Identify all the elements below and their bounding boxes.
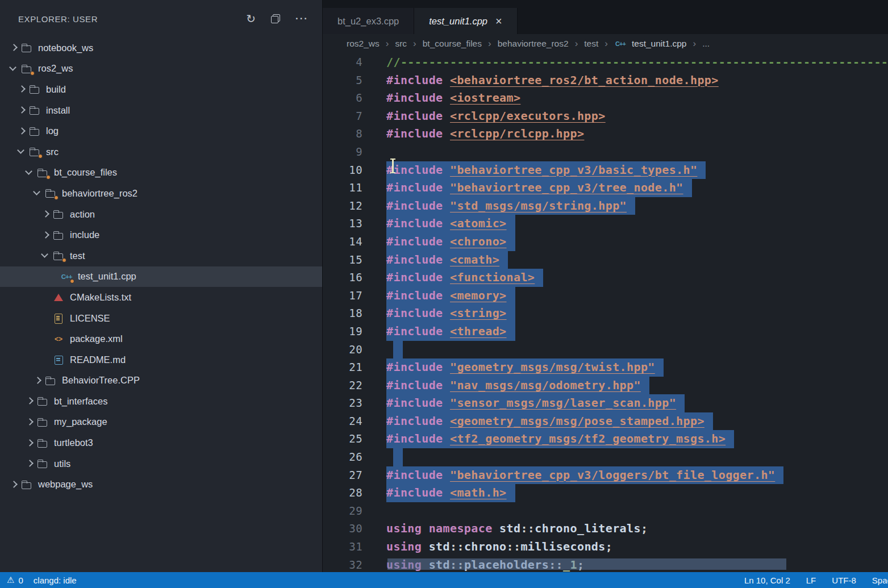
code-token: #include <box>386 432 450 445</box>
tree-item-BehaviorTree.CPP[interactable]: BehaviorTree.CPP <box>0 370 322 391</box>
tree-item-build[interactable]: build <box>0 79 322 100</box>
tree-item-label: turtlebot3 <box>54 437 93 448</box>
tree-item-CMakeLists.txt[interactable]: CMakeLists.txt <box>0 287 322 308</box>
tree-item-webpage_ws[interactable]: webpage_ws <box>0 474 322 495</box>
tree-item-turtlebot3[interactable]: turtlebot3 <box>0 432 322 453</box>
tree-item-test_unit1.cpp[interactable]: C++test_unit1.cpp <box>0 266 322 287</box>
breadcrumb-file[interactable]: test_unit1.cpp <box>632 39 687 49</box>
code-line-15[interactable]: 15#include <cmath> <box>323 251 888 269</box>
warning-icon[interactable]: ⚠ <box>7 575 14 585</box>
chevron-right-icon[interactable] <box>15 83 27 95</box>
encoding-indicator[interactable]: UTF-8 <box>832 576 856 585</box>
breadcrumb-overflow[interactable]: ... <box>702 39 710 49</box>
tree-item-utils[interactable]: utils <box>0 453 322 474</box>
tree-item-install[interactable]: install <box>0 100 322 121</box>
language-server-status[interactable]: clangd: idle <box>34 576 77 585</box>
code-editor[interactable]: 4//-------------------------------------… <box>323 53 888 572</box>
tree-item-src[interactable]: src <box>0 141 322 162</box>
code-line-9[interactable]: 9 <box>323 143 888 161</box>
chevron-right-icon[interactable] <box>39 208 51 220</box>
line-number: 12 <box>323 197 362 215</box>
close-icon[interactable] <box>495 15 502 28</box>
eol-indicator[interactable]: LF <box>806 576 816 585</box>
breadcrumb-item-behaviortree_ros2[interactable]: behaviortree_ros2 <box>498 39 569 49</box>
code-token: "geometry_msgs/msg/twist.hpp" <box>450 360 655 374</box>
code-line-22[interactable]: 22#include "nav_msgs/msg/odometry.hpp" <box>323 377 888 395</box>
code-line-8[interactable]: 8#include <rclcpp/rclcpp.hpp> <box>323 125 888 143</box>
chevron-right-icon[interactable] <box>23 395 35 407</box>
tab-bt_u2_ex3.cpp[interactable]: bt_u2_ex3.cpp <box>323 8 414 34</box>
code-line-6[interactable]: 6#include <iostream> <box>323 89 888 107</box>
code-text: #include <string> <box>362 305 515 323</box>
tree-item-LICENSE[interactable]: LICENSE <box>0 308 322 329</box>
code-line-19[interactable]: 19#include <thread> <box>323 323 888 341</box>
tree-item-behaviortree_ros2[interactable]: behaviortree_ros2 <box>0 183 322 204</box>
explorer-title: EXPLORER: USER <box>18 14 98 24</box>
chevron-down-icon[interactable] <box>7 62 19 75</box>
chevron-right-icon[interactable] <box>23 416 35 428</box>
selection-highlight: #include "behaviortree_cpp_v3/loggers/bt… <box>386 466 783 485</box>
chevron-right-icon[interactable] <box>15 104 27 116</box>
code-line-4[interactable]: 4//-------------------------------------… <box>323 53 888 72</box>
chevron-right-icon[interactable] <box>15 125 27 137</box>
code-line-14[interactable]: 14#include <chrono> <box>323 233 888 251</box>
tree-item-log[interactable]: log <box>0 120 322 141</box>
code-line-16[interactable]: 16#include <functional> <box>323 269 888 287</box>
chevron-right-icon[interactable] <box>23 457 35 470</box>
workbench: EXPLORER: USER notebook_wsros2_wsbuildin… <box>0 0 888 572</box>
chevron-down-icon[interactable] <box>23 166 35 179</box>
code-line-23[interactable]: 23#include "sensor_msgs/msg/laser_scan.h… <box>323 394 888 412</box>
code-line-17[interactable]: 17#include <memory> <box>323 287 888 305</box>
breadcrumb-item-test[interactable]: test <box>584 39 598 49</box>
tree-item-ros2_ws[interactable]: ros2_ws <box>0 59 322 80</box>
code-line-5[interactable]: 5#include <behaviortree_ros2/bt_action_n… <box>323 72 888 90</box>
code-line-26[interactable]: 26 <box>323 448 888 466</box>
code-line-7[interactable]: 7#include <rclcpp/executors.hpp> <box>323 107 888 126</box>
code-line-27[interactable]: 27#include "behaviortree_cpp_v3/loggers/… <box>323 466 888 485</box>
code-line-30[interactable]: 30using namespace std::chrono_literals; <box>323 520 888 538</box>
line-number: 17 <box>323 287 362 305</box>
code-line-10[interactable]: 10#include "behaviortree_cpp_v3/basic_ty… <box>323 161 888 180</box>
code-line-24[interactable]: 24#include <geometry_msgs/msg/pose_stamp… <box>323 412 888 431</box>
tree-item-test[interactable]: test <box>0 245 322 266</box>
chevron-down-icon[interactable] <box>39 249 51 262</box>
code-line-11[interactable]: 11#include "behaviortree_cpp_v3/tree_nod… <box>323 179 888 197</box>
horizontal-scrollbar[interactable] <box>387 558 786 570</box>
chevron-down-icon[interactable] <box>15 145 27 158</box>
breadcrumb-item-ros2_ws[interactable]: ros2_ws <box>347 39 380 49</box>
indentation-indicator[interactable]: Spac <box>872 576 888 585</box>
refresh-icon[interactable] <box>246 12 256 26</box>
tree-item-label: my_package <box>54 416 107 427</box>
chevron-right-icon[interactable] <box>23 437 35 449</box>
tab-test_unit1.cpp[interactable]: test_unit1.cpp <box>414 8 517 34</box>
code-line-12[interactable]: 12#include "std_msgs/msg/string.hpp" <box>323 197 888 215</box>
cursor-position[interactable]: Ln 10, Col 2 <box>744 576 790 585</box>
code-line-25[interactable]: 25#include <tf2_geometry_msgs/tf2_geomet… <box>323 430 888 448</box>
chevron-right-icon[interactable] <box>7 41 19 54</box>
tree-item-bt_course_files[interactable]: bt_course_files <box>0 162 322 184</box>
tree-item-README.md[interactable]: README.md <box>0 349 322 370</box>
chevron-right-icon[interactable] <box>7 478 19 491</box>
tree-item-action[interactable]: action <box>0 204 322 225</box>
tree-item-include[interactable]: include <box>0 224 322 245</box>
breadcrumb-item-bt_course_files[interactable]: bt_course_files <box>423 39 482 49</box>
code-line-21[interactable]: 21#include "geometry_msgs/msg/twist.hpp" <box>323 358 888 377</box>
breadcrumb-item-src[interactable]: src <box>395 39 407 49</box>
chevron-right-icon[interactable] <box>39 229 51 241</box>
chevron-down-icon[interactable] <box>31 187 43 199</box>
tree-item-package.xml[interactable]: <>package.xml <box>0 328 322 349</box>
tree-item-bt_interfaces[interactable]: bt_interfaces <box>0 391 322 412</box>
selection-highlight: #include <chrono> <box>386 233 515 251</box>
code-line-13[interactable]: 13#include <atomic> <box>323 215 888 233</box>
more-actions-icon[interactable] <box>295 13 308 24</box>
code-line-28[interactable]: 28#include <math.h> <box>323 484 888 502</box>
tree-item-my_package[interactable]: my_package <box>0 412 322 433</box>
code-line-29[interactable]: 29 <box>323 502 888 520</box>
collapse-folders-icon[interactable] <box>270 14 281 24</box>
code-line-18[interactable]: 18#include <string> <box>323 305 888 323</box>
tree-item-notebook_ws[interactable]: notebook_ws <box>0 37 322 59</box>
chevron-right-icon[interactable] <box>31 374 43 387</box>
warning-count[interactable]: 0 <box>18 576 23 585</box>
code-line-20[interactable]: 20 <box>323 341 888 359</box>
code-line-31[interactable]: 31using std::chrono::milliseconds; <box>323 538 888 556</box>
